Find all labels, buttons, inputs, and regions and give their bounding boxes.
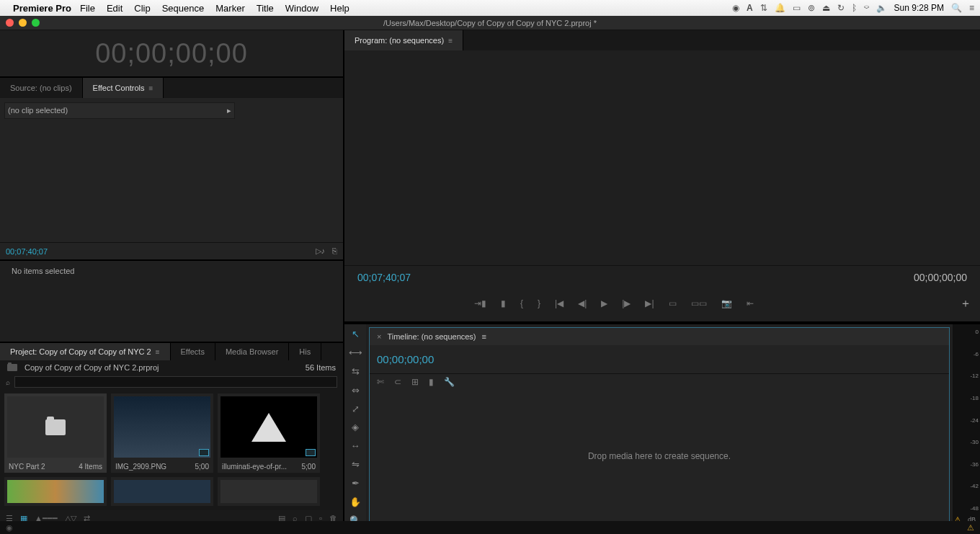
pen-tool[interactable]: ✒ <box>349 478 362 489</box>
tab-program[interactable]: Program: (no sequences)≡ <box>344 30 463 50</box>
tab-history[interactable]: His <box>289 343 321 360</box>
rolling-edit-tool[interactable]: ⇔ <box>349 384 362 396</box>
panel-menu-icon[interactable]: ≡ <box>482 332 486 341</box>
sync-icon[interactable]: ⇅ <box>760 3 767 13</box>
slip-tool[interactable]: ↔ <box>349 440 362 452</box>
program-tabs: Program: (no sequences)≡ <box>344 30 980 50</box>
workspace: 00;00;00;00 Source: (no clips) Effect Co… <box>0 30 980 521</box>
clip-item[interactable]: IMG_2909.PNG5;00 <box>111 393 213 473</box>
project-thumbs[interactable]: NYC Part 24 Items IMG_2909.PNG5;00 illum… <box>0 389 343 510</box>
item-count: 56 Items <box>306 363 336 372</box>
menu-help[interactable]: Help <box>330 3 349 14</box>
cc-icon[interactable]: ◉ <box>732 3 739 13</box>
panel-menu-icon[interactable]: ≡ <box>149 84 153 92</box>
eject-icon[interactable]: ⏏ <box>822 3 830 13</box>
marker-icon[interactable]: ▮ <box>501 298 506 308</box>
tool-palette: ↖ ⟷ ⇆ ⇔ ⤢ ◈ ↔ ⇋ ✒ ✋ 🔍 <box>344 324 366 526</box>
tab-effects[interactable]: Effects <box>171 343 215 360</box>
panel-menu-icon[interactable]: ≡ <box>448 37 453 45</box>
menu-title[interactable]: Title <box>257 3 274 14</box>
program-panel: Program: (no sequences)≡ 00;07;40;07 00;… <box>344 30 980 323</box>
bluetooth-icon[interactable]: ᛒ <box>852 3 857 13</box>
tab-source[interactable]: Source: (no clips) <box>0 78 83 98</box>
window-controls <box>6 19 40 27</box>
chevron-right-icon[interactable]: ▸ <box>227 106 231 115</box>
airplay-icon[interactable]: ▭ <box>793 3 801 13</box>
step-forward-icon[interactable]: |▶ <box>622 298 631 308</box>
project-tabs: Project: Copy of Copy of Copy of NYC 2≡ … <box>0 343 343 360</box>
source-timecode: 00;07;40;07 <box>6 247 48 256</box>
search-input[interactable] <box>14 376 337 388</box>
step-back-icon[interactable]: ◀| <box>578 298 587 308</box>
macos-menubar: Premiere Pro File Edit Clip Sequence Mar… <box>0 0 980 16</box>
export-icon[interactable]: ⎘ <box>332 246 337 256</box>
menu-window[interactable]: Window <box>285 3 318 14</box>
razor-tool[interactable]: ◈ <box>349 422 362 433</box>
adobe-icon[interactable]: A <box>747 3 753 13</box>
selection-tool[interactable]: ↖ <box>349 329 362 340</box>
settings-icon[interactable]: 🔧 <box>444 377 455 387</box>
extract-icon[interactable]: ▭▭ <box>691 298 707 308</box>
mark-in-button[interactable]: { <box>520 298 523 308</box>
tab-effect-controls[interactable]: Effect Controls≡ <box>83 78 164 98</box>
play-icon[interactable]: ▶ <box>601 298 607 308</box>
accessibility-icon[interactable]: ⊚ <box>808 3 815 13</box>
wifi-icon[interactable]: ⌔ <box>864 3 869 13</box>
menu-edit[interactable]: Edit <box>107 3 122 14</box>
timeline-tab[interactable]: × Timeline: (no sequences) ≡ <box>370 328 949 345</box>
app-name[interactable]: Premiere Pro <box>13 3 71 14</box>
go-to-out-icon[interactable]: ▶| <box>645 298 654 308</box>
window-titlebar: /Users/Max/Desktop/Copy of Copy of Copy … <box>0 16 980 30</box>
close-button[interactable] <box>6 19 14 27</box>
warning-dot-icon[interactable]: ⚠ <box>967 523 974 533</box>
tab-media-browser[interactable]: Media Browser <box>215 343 289 360</box>
track-select-tool[interactable]: ⟷ <box>349 347 362 359</box>
snap-icon[interactable]: ✄ <box>377 377 384 387</box>
ripple-edit-tool[interactable]: ⇆ <box>349 366 362 378</box>
bin-item[interactable]: NYC Part 24 Items <box>4 393 107 473</box>
slide-tool[interactable]: ⇋ <box>349 459 362 471</box>
minimize-button[interactable] <box>19 19 27 27</box>
bell-icon[interactable]: 🔔 <box>775 3 785 13</box>
audio-meters: 0 -6 -12 -18 -24 -30 -36 -42 -48 dB ⚠ <box>953 324 980 526</box>
clock[interactable]: Sun 9:28 PM <box>894 3 944 13</box>
clip-item[interactable] <box>218 477 320 506</box>
marker-nav-icon[interactable]: ▮ <box>429 377 434 387</box>
hand-tool[interactable]: ✋ <box>349 496 362 507</box>
panel-menu-icon[interactable]: ≡ <box>156 348 160 356</box>
timemachine-icon[interactable]: ↻ <box>837 3 845 13</box>
button-editor-icon[interactable]: ＋ <box>960 296 971 311</box>
cc-status-icon[interactable]: ◉ <box>6 523 13 533</box>
close-tab-icon[interactable]: × <box>377 332 381 341</box>
timeline-drop-area[interactable]: Drop media here to create sequence. <box>370 390 949 522</box>
notifications-icon[interactable]: ≡ <box>969 3 974 13</box>
lift-icon[interactable]: ▭ <box>669 298 677 308</box>
mark-out-button[interactable]: } <box>538 298 540 308</box>
volume-icon[interactable]: 🔈 <box>876 3 887 13</box>
clip-item[interactable]: illuminati-eye-of-pr...5;00 <box>218 393 320 473</box>
play-only-icon[interactable]: ▷♪ <box>316 246 326 256</box>
status-bar: ◉ ⚠ <box>0 521 980 534</box>
go-to-in-icon[interactable]: |◀ <box>555 298 564 308</box>
timecode-display: 00;00;00;00 <box>95 38 248 69</box>
menu-sequence[interactable]: Sequence <box>162 3 205 14</box>
add-marker-icon[interactable]: ⊞ <box>411 377 419 387</box>
spotlight-icon[interactable]: 🔍 <box>951 3 962 13</box>
clip-item[interactable] <box>4 477 107 506</box>
clip-item[interactable] <box>111 477 213 506</box>
video-badge-icon <box>199 449 209 456</box>
document-title: /Users/Max/Desktop/Copy of Copy of Copy … <box>0 19 980 27</box>
mark-in-icon[interactable]: ⇥▮ <box>474 298 486 308</box>
export-frame-icon[interactable]: 📷 <box>721 298 732 308</box>
zoom-button[interactable] <box>32 19 40 27</box>
menu-marker[interactable]: Marker <box>215 3 244 14</box>
menu-file[interactable]: File <box>80 3 95 14</box>
program-in-time: 00;07;40;07 <box>357 272 411 283</box>
rate-stretch-tool[interactable]: ⤢ <box>349 403 362 414</box>
tab-project[interactable]: Project: Copy of Copy of Copy of NYC 2≡ <box>0 343 171 360</box>
right-column: Program: (no sequences)≡ 00;07;40;07 00;… <box>344 30 980 526</box>
menu-clip[interactable]: Clip <box>134 3 150 14</box>
linked-selection-icon[interactable]: ⊂ <box>394 377 401 387</box>
search-icon: ⌕ <box>6 378 10 386</box>
insert-icon[interactable]: ⇤ <box>747 298 754 308</box>
